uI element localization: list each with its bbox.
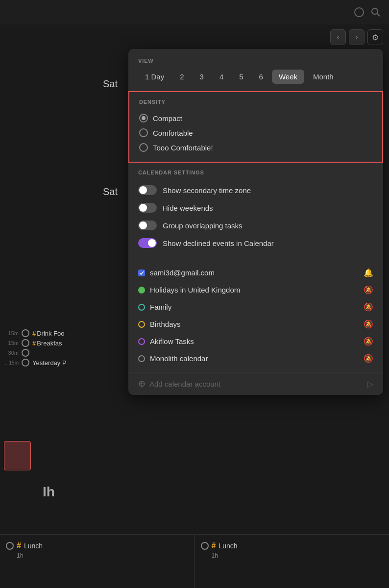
- account-akiflow-bell: 🔕: [364, 337, 373, 346]
- toggle-declined-thumb: [148, 239, 156, 247]
- account-gmail-label: sami3d@gmail.com: [150, 269, 215, 277]
- lunch-circle-1: [6, 542, 14, 550]
- density-section-label: DENSITY: [139, 99, 372, 105]
- account-holidays-bell: 🔕: [364, 285, 373, 294]
- event-row-3: 30m: [0, 348, 132, 358]
- toggle-group-tasks-switch[interactable]: [138, 220, 157, 230]
- time-3: 30m: [4, 350, 19, 356]
- view-3[interactable]: 3: [193, 70, 211, 84]
- prev-button[interactable]: ‹: [330, 29, 346, 45]
- lunch-title-1: Lunch: [24, 542, 43, 550]
- event-row-2: 15m #Breakfas: [0, 338, 132, 348]
- account-family-bell: 🔕: [364, 302, 373, 312]
- calendar-settings-label: CALENDAR SETTINGS: [138, 170, 373, 175]
- density-tooo[interactable]: Tooo Comfortable!: [139, 140, 372, 155]
- account-akiflow[interactable]: Akiflow Tasks 🔕: [138, 333, 373, 350]
- svg-point-1: [372, 8, 378, 14]
- density-comfortable-radio[interactable]: [139, 128, 148, 137]
- account-monolith-label: Monolith calendar: [150, 354, 208, 363]
- density-tooo-label: Tooo Comfortable!: [153, 144, 213, 152]
- event-circle-1: [22, 329, 29, 337]
- event-title-4: Yesterday P: [32, 359, 67, 367]
- time-1: 15m: [4, 330, 19, 336]
- circle-icon: [354, 7, 365, 18]
- account-birthdays-dot: [138, 321, 145, 328]
- time-2: 15m: [4, 340, 19, 346]
- dropdown-panel: VIEW 1 Day 2 3 4 5 6 Week Month DENSITY …: [128, 49, 383, 395]
- toggle-secondary-tz-switch[interactable]: [138, 185, 157, 195]
- density-comfortable-label: Comfortable: [153, 129, 193, 137]
- sat-label-2: Sat: [103, 186, 118, 197]
- lunch-duration-1: 1h: [6, 552, 189, 559]
- account-monolith-dot: [138, 355, 145, 362]
- account-birthdays-label: Birthdays: [150, 320, 181, 328]
- view-4[interactable]: 4: [213, 70, 230, 84]
- event-circle-4: [22, 359, 29, 367]
- nav-bar: ‹ › ⚙: [330, 29, 383, 45]
- account-family[interactable]: Family 🔕: [138, 298, 373, 316]
- toggle-declined-switch[interactable]: [138, 238, 157, 248]
- lunch-title-2: Lunch: [219, 542, 237, 550]
- toggle-hide-weekends[interactable]: Hide weekends: [138, 199, 373, 217]
- lunch-hash-1: #: [17, 541, 21, 550]
- view-1day[interactable]: 1 Day: [138, 70, 171, 84]
- density-comfortable[interactable]: Comfortable: [139, 125, 372, 140]
- view-2[interactable]: 2: [173, 70, 191, 84]
- add-calendar-section[interactable]: ⊕ Add calendar account ▷: [128, 372, 383, 395]
- account-gmail-check: [138, 270, 145, 276]
- view-section-label: VIEW: [138, 58, 373, 64]
- event-row-1: 15m #Drink Foo: [0, 328, 132, 338]
- toggle-group-tasks[interactable]: Group overlapping tasks: [138, 217, 373, 234]
- event-title-2: #Breakfas: [32, 340, 62, 347]
- account-holidays-label: Holidays in United Kingdom: [150, 286, 240, 294]
- event-row-4: .. 15m Yesterday P: [0, 358, 132, 368]
- sat-label-1: Sat: [103, 78, 118, 90]
- view-6[interactable]: 6: [252, 70, 270, 84]
- settings-button[interactable]: ⚙: [367, 29, 383, 45]
- toggle-group-tasks-label: Group overlapping tasks: [163, 221, 243, 230]
- event-circle-3: [22, 349, 29, 357]
- account-akiflow-dot: [138, 338, 145, 345]
- account-holidays[interactable]: Holidays in United Kingdom 🔕: [138, 281, 373, 298]
- view-5[interactable]: 5: [232, 70, 250, 84]
- accounts-section: sami3d@gmail.com 🔔 Holidays in United Ki…: [128, 259, 383, 372]
- top-bar: [0, 0, 389, 24]
- toggle-group-tasks-thumb: [139, 221, 147, 229]
- bottom-entries: # Lunch 1h # Lunch 1h: [0, 534, 389, 588]
- view-month[interactable]: Month: [306, 70, 340, 84]
- density-tooo-radio[interactable]: [139, 143, 148, 152]
- toggle-hide-weekends-switch[interactable]: [138, 203, 157, 213]
- bottom-entry-1: # Lunch 1h: [0, 535, 195, 588]
- view-options: 1 Day 2 3 4 5 6 Week Month: [138, 70, 373, 84]
- calendar-left: Sat 15m #Drink Foo 15m #Breakfas 30m .. …: [0, 24, 132, 588]
- toggle-hide-weekends-thumb: [139, 204, 147, 212]
- account-birthdays[interactable]: Birthdays 🔕: [138, 316, 373, 333]
- account-birthdays-bell: 🔕: [364, 319, 373, 329]
- account-gmail-bell: 🔔: [364, 268, 373, 277]
- account-family-label: Family: [150, 303, 171, 311]
- lunch-hash-2: #: [212, 541, 216, 550]
- density-section: DENSITY Compact Comfortable Tooo Comfort…: [128, 91, 383, 163]
- density-compact-radio[interactable]: [139, 114, 148, 122]
- toggle-declined-events[interactable]: Show declined events in Calendar: [138, 234, 373, 252]
- lunch-duration-2: 1h: [201, 552, 384, 559]
- account-monolith-bell: 🔕: [364, 354, 373, 363]
- toggle-declined-label: Show declined events in Calendar: [163, 239, 274, 247]
- lunch-circle-2: [201, 542, 209, 550]
- time-4: .. 15m: [4, 360, 19, 366]
- toggle-secondary-tz[interactable]: Show secondary time zone: [138, 181, 373, 199]
- event-circle-2: [22, 339, 29, 347]
- account-akiflow-label: Akiflow Tasks: [150, 337, 194, 345]
- next-button[interactable]: ›: [349, 29, 365, 45]
- svg-line-2: [377, 14, 380, 17]
- density-compact[interactable]: Compact: [139, 111, 372, 125]
- view-week[interactable]: Week: [272, 70, 304, 84]
- account-monolith[interactable]: Monolith calendar 🔕: [138, 350, 373, 367]
- view-section: VIEW 1 Day 2 3 4 5 6 Week Month: [128, 49, 383, 91]
- account-gmail[interactable]: sami3d@gmail.com 🔔: [138, 264, 373, 281]
- bottom-entry-2: # Lunch 1h: [195, 535, 389, 588]
- search-icon: [370, 7, 381, 18]
- account-holidays-dot: [138, 287, 145, 294]
- add-icon: ⊕: [138, 378, 146, 389]
- toggle-hide-weekends-label: Hide weekends: [163, 204, 213, 212]
